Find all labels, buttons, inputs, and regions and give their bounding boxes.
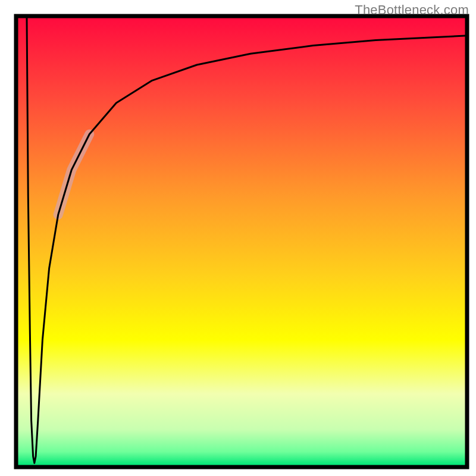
watermark-text: TheBottleneck.com — [355, 2, 469, 18]
bottleneck-curve-chart — [0, 0, 476, 476]
plot-background — [18, 18, 465, 465]
chart-frame: TheBottleneck.com — [0, 0, 476, 476]
